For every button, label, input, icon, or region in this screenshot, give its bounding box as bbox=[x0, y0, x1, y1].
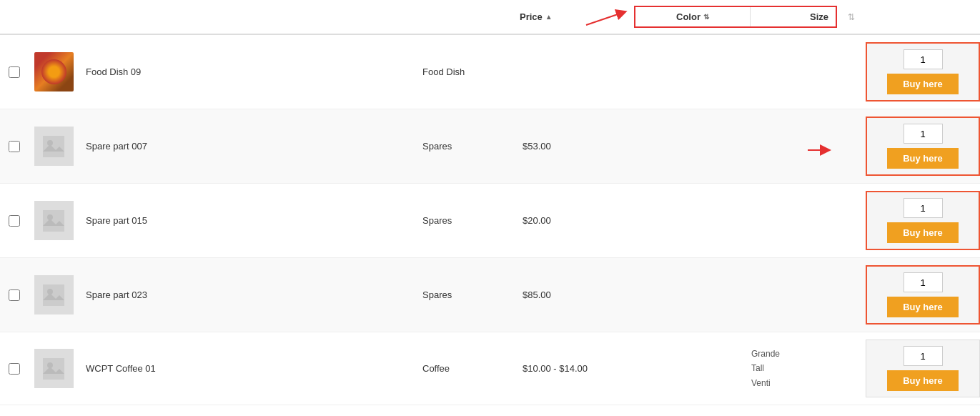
row-checkbox[interactable] bbox=[9, 289, 20, 301]
row-action-cell: Buy here bbox=[866, 340, 980, 397]
product-image-placeholder bbox=[34, 349, 74, 388]
row-checkbox[interactable] bbox=[9, 215, 20, 227]
row-price: $10.00 - $14.00 bbox=[523, 363, 637, 374]
row-checkbox[interactable] bbox=[9, 141, 20, 152]
row-check[interactable] bbox=[0, 363, 29, 375]
row-product-name: WCPT Coffee 01 bbox=[79, 363, 422, 374]
row-image bbox=[29, 201, 79, 240]
row-product-name: Spare part 015 bbox=[79, 215, 422, 226]
row-image bbox=[29, 127, 79, 166]
buy-here-button[interactable]: Buy here bbox=[887, 370, 959, 391]
row-action-cell: Buy here bbox=[866, 117, 980, 176]
image-placeholder-icon bbox=[43, 136, 64, 157]
product-image-food bbox=[34, 52, 74, 91]
image-placeholder-icon bbox=[43, 358, 64, 380]
row-category: Food Dish bbox=[422, 66, 523, 77]
row-category: Coffee bbox=[422, 363, 523, 374]
row-image bbox=[29, 275, 79, 315]
row-category: Spares bbox=[422, 141, 523, 152]
header-price-label: Price bbox=[520, 11, 543, 22]
svg-rect-3 bbox=[43, 210, 64, 232]
header-color-label: Color bbox=[676, 11, 701, 22]
row-price: $20.00 bbox=[523, 215, 637, 226]
row-check[interactable] bbox=[0, 66, 29, 78]
product-image-placeholder bbox=[34, 127, 74, 166]
row-price: $53.00 bbox=[523, 141, 637, 152]
row-category: Spares bbox=[422, 289, 523, 300]
header-color-sort-icon: ⇅ bbox=[703, 13, 709, 21]
header-sort-col: ⇅ bbox=[837, 12, 866, 22]
row-check[interactable] bbox=[0, 289, 29, 301]
table-row: Food Dish 09 Food Dish Buy here bbox=[0, 35, 980, 109]
image-placeholder-icon bbox=[43, 284, 64, 306]
row-product-name: Food Dish 09 bbox=[79, 66, 422, 77]
row-category: Spares bbox=[422, 215, 523, 226]
buy-here-button[interactable]: Buy here bbox=[887, 74, 959, 94]
quantity-input[interactable] bbox=[904, 346, 943, 366]
row-size: GrandeTallVenti bbox=[751, 347, 837, 390]
row-image bbox=[29, 349, 79, 388]
quantity-input[interactable] bbox=[904, 49, 943, 69]
table-row: Spare part 023 Spares $85.00 Buy here bbox=[0, 258, 980, 332]
row-check[interactable] bbox=[0, 215, 29, 227]
color-size-header-box: Color ⇅ Size bbox=[634, 6, 837, 28]
product-image-placeholder bbox=[34, 201, 74, 240]
header-size: Size bbox=[750, 7, 836, 26]
table-header: Price ▲ Color ⇅ Size ⇅ bbox=[0, 0, 980, 35]
row-product-name: Spare part 023 bbox=[79, 289, 422, 300]
header-sort-icon: ⇅ bbox=[848, 12, 855, 22]
row-checkbox[interactable] bbox=[9, 66, 20, 78]
product-image-placeholder bbox=[34, 275, 74, 315]
quantity-input[interactable] bbox=[904, 272, 943, 292]
row-action-cell: Buy here bbox=[866, 265, 980, 325]
buy-here-button[interactable]: Buy here bbox=[887, 297, 959, 317]
row-price: $85.00 bbox=[523, 289, 637, 300]
row-product-name: Spare part 007 bbox=[79, 141, 422, 152]
header-price-sort-icon: ▲ bbox=[545, 13, 553, 21]
header-price[interactable]: Price ▲ bbox=[520, 11, 634, 22]
row-checkbox[interactable] bbox=[9, 363, 20, 375]
row-check[interactable] bbox=[0, 141, 29, 152]
table-row: WCPT Coffee 01 Coffee $10.00 - $14.00 Gr… bbox=[0, 332, 980, 405]
image-placeholder-icon bbox=[43, 210, 64, 232]
table-row: Spare part 007 Spares $53.00 Buy here bbox=[0, 109, 980, 184]
svg-rect-9 bbox=[43, 358, 64, 380]
svg-rect-6 bbox=[43, 284, 64, 306]
quantity-input[interactable] bbox=[904, 124, 943, 144]
header-size-label: Size bbox=[810, 11, 828, 22]
row-action-cell: Buy here bbox=[866, 191, 980, 250]
buy-here-button[interactable]: Buy here bbox=[887, 148, 959, 169]
svg-rect-0 bbox=[43, 136, 64, 157]
header-color[interactable]: Color ⇅ bbox=[635, 7, 750, 26]
quantity-input[interactable] bbox=[904, 198, 943, 218]
row-action-cell: Buy here bbox=[866, 42, 980, 101]
table-row: Spare part 015 Spares $20.00 Buy here bbox=[0, 184, 980, 258]
row-image bbox=[29, 52, 79, 91]
buy-here-button[interactable]: Buy here bbox=[887, 222, 959, 243]
